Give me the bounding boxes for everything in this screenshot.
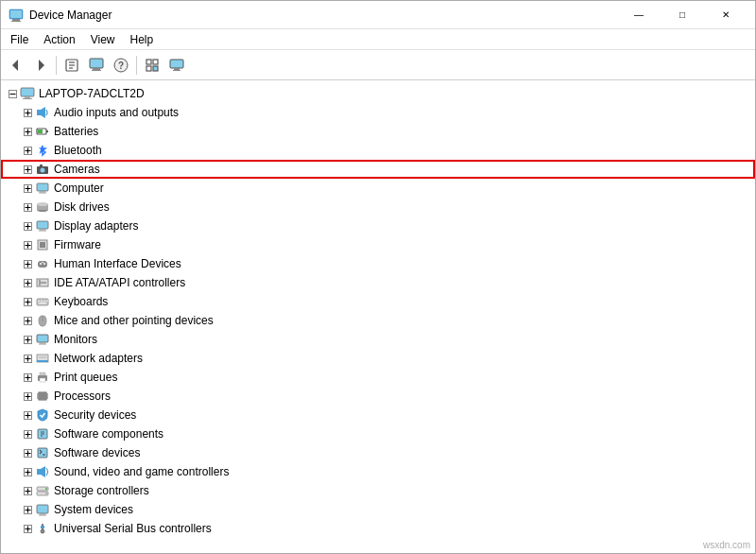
svg-rect-26 bbox=[23, 98, 32, 99]
tree-item-display[interactable]: Display adapters bbox=[1, 216, 755, 235]
disk-expand-icon bbox=[20, 199, 35, 215]
firmware-expand-icon bbox=[20, 237, 35, 252]
tree-root[interactable]: LAPTOP-7ADCLT2D bbox=[1, 84, 755, 103]
tree-item-batteries[interactable]: Batteries bbox=[1, 122, 755, 141]
svg-point-76 bbox=[43, 263, 45, 265]
ide-label: IDE ATA/ATAPI controllers bbox=[54, 276, 185, 289]
svg-rect-107 bbox=[37, 360, 48, 362]
mice-expand-icon bbox=[20, 313, 35, 328]
storage-label: Storage controllers bbox=[54, 484, 149, 497]
tree-item-audio[interactable]: Audio inputs and outputs bbox=[1, 103, 755, 122]
svg-rect-62 bbox=[37, 221, 48, 229]
svg-marker-31 bbox=[41, 107, 45, 118]
toolbar-forward[interactable] bbox=[29, 54, 52, 77]
tree-item-cameras[interactable]: Cameras bbox=[1, 160, 755, 179]
monitors-expand-icon bbox=[20, 332, 35, 347]
tree-item-usb[interactable]: Universal Serial Bus controllers bbox=[1, 519, 755, 538]
svg-rect-90 bbox=[43, 301, 45, 303]
toolbar-update-driver[interactable] bbox=[85, 54, 108, 77]
firmware-icon bbox=[35, 237, 50, 252]
root-expand-icon bbox=[5, 86, 20, 101]
maximize-button[interactable]: □ bbox=[661, 1, 704, 29]
minimize-button[interactable]: — bbox=[617, 1, 661, 29]
usb-expand-icon bbox=[20, 521, 35, 536]
svg-rect-20 bbox=[174, 68, 180, 70]
menu-help[interactable]: Help bbox=[123, 29, 162, 50]
security-label: Security devices bbox=[54, 408, 136, 422]
watermark: wsxdn.com bbox=[703, 540, 750, 550]
tree-item-softdev[interactable]: Software devices bbox=[1, 443, 755, 462]
svg-rect-17 bbox=[146, 66, 151, 71]
svg-rect-36 bbox=[46, 130, 48, 132]
svg-rect-158 bbox=[39, 515, 46, 516]
toolbar-display[interactable] bbox=[165, 54, 188, 77]
toolbar-scan[interactable] bbox=[141, 54, 163, 77]
root-label: LAPTOP-7ADCLT2D bbox=[39, 87, 145, 100]
svg-rect-113 bbox=[40, 372, 45, 375]
svg-rect-102 bbox=[39, 344, 46, 345]
softcomp-label: Software components bbox=[54, 427, 163, 441]
computer-icon bbox=[35, 181, 50, 196]
system-icon bbox=[35, 502, 50, 517]
tree-item-monitors[interactable]: Monitors bbox=[1, 330, 755, 349]
tree-item-processors[interactable]: Processors bbox=[1, 387, 755, 406]
softdev-expand-icon bbox=[20, 445, 35, 460]
computer-root-icon bbox=[20, 86, 35, 101]
tree-item-mice[interactable]: Mice and other pointing devices bbox=[1, 311, 755, 330]
batteries-expand-icon bbox=[20, 124, 35, 139]
tree-item-disk[interactable]: Disk drives bbox=[1, 198, 755, 216]
app-icon bbox=[9, 8, 24, 23]
tree-item-computer[interactable]: Computer bbox=[1, 179, 755, 198]
tree-item-firmware[interactable]: Firmware bbox=[1, 235, 755, 254]
tree-item-system[interactable]: System devices bbox=[1, 500, 755, 519]
tree-item-network[interactable]: Network adapters bbox=[1, 349, 755, 368]
network-icon bbox=[35, 351, 50, 366]
system-label: System devices bbox=[54, 503, 133, 516]
svg-rect-19 bbox=[170, 60, 183, 68]
tree-item-softcomp[interactable]: Software components bbox=[1, 424, 755, 443]
disk-label: Disk drives bbox=[54, 200, 110, 214]
svg-rect-89 bbox=[41, 301, 43, 303]
svg-point-74 bbox=[40, 263, 42, 265]
tree-item-storage[interactable]: Storage controllers bbox=[1, 481, 755, 500]
bluetooth-label: Bluetooth bbox=[54, 144, 102, 157]
toolbar-properties[interactable] bbox=[60, 54, 83, 77]
svg-rect-11 bbox=[93, 68, 100, 70]
softcomp-icon bbox=[35, 426, 50, 441]
device-tree[interactable]: LAPTOP-7ADCLT2D Audio inputs and outputs… bbox=[1, 80, 755, 553]
tree-item-ide[interactable]: IDE ATA/ATAPI controllers bbox=[1, 273, 755, 292]
batteries-label: Batteries bbox=[54, 125, 98, 138]
monitors-label: Monitors bbox=[54, 333, 97, 346]
processors-expand-icon bbox=[20, 389, 35, 404]
menu-view[interactable]: View bbox=[83, 29, 123, 50]
tree-items: Audio inputs and outputsBatteriesBluetoo… bbox=[1, 103, 755, 538]
tree-item-keyboards[interactable]: Keyboards bbox=[1, 292, 755, 311]
svg-text:?: ? bbox=[118, 61, 124, 71]
svg-rect-88 bbox=[38, 301, 40, 303]
tree-item-security[interactable]: Security devices bbox=[1, 406, 755, 424]
menu-action[interactable]: Action bbox=[36, 29, 82, 50]
svg-rect-16 bbox=[153, 60, 158, 64]
print-label: Print queues bbox=[54, 371, 117, 384]
print-icon bbox=[35, 370, 50, 385]
menu-file[interactable]: File bbox=[3, 29, 36, 50]
tree-item-hid[interactable]: Human Interface Devices bbox=[1, 254, 755, 273]
tree-item-print[interactable]: Print queues bbox=[1, 368, 755, 387]
toolbar-sep1 bbox=[56, 56, 57, 75]
window-title: Device Manager bbox=[29, 9, 617, 22]
keyboards-label: Keyboards bbox=[54, 295, 108, 308]
hid-expand-icon bbox=[20, 256, 35, 271]
toolbar-back[interactable] bbox=[5, 54, 27, 77]
cameras-expand-icon bbox=[20, 162, 35, 177]
toolbar-help[interactable]: ? bbox=[110, 54, 132, 77]
tree-item-bluetooth[interactable]: Bluetooth bbox=[1, 141, 755, 160]
toolbar: ? bbox=[1, 50, 755, 80]
close-button[interactable]: ✕ bbox=[704, 1, 747, 29]
keyboards-expand-icon bbox=[20, 294, 35, 309]
softdev-label: Software devices bbox=[54, 446, 140, 459]
svg-point-45 bbox=[41, 168, 45, 173]
svg-point-164 bbox=[41, 529, 44, 533]
display-expand-icon bbox=[20, 218, 35, 234]
usb-label: Universal Serial Bus controllers bbox=[54, 522, 212, 535]
tree-item-sound[interactable]: Sound, video and game controllers bbox=[1, 462, 755, 481]
